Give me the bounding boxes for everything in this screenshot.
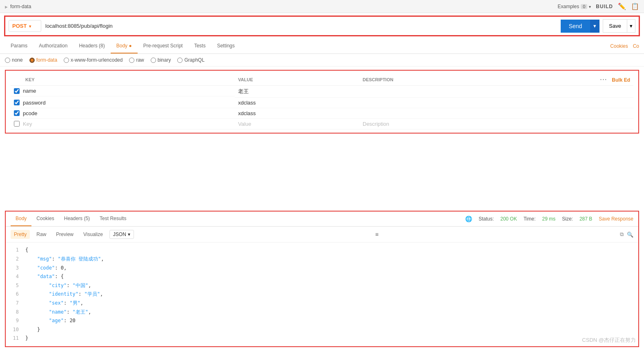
row-key-placeholder: Key (23, 121, 32, 127)
copy-icon-button[interactable]: 📋 (631, 2, 639, 10)
value-cell-empty: Value (235, 119, 359, 129)
tab-pre-request[interactable]: Pre-request Script (138, 39, 189, 53)
method-select[interactable]: POST (9, 20, 41, 32)
url-bar-wrapper: POST Send ▾ Save ▾ (4, 16, 640, 36)
key-cell: pcode (11, 108, 235, 119)
row-checkbox-empty[interactable] (14, 121, 20, 127)
tab-params[interactable]: Params (5, 39, 33, 53)
tab-authorization[interactable]: Authorization (33, 39, 73, 53)
json-line-8: 8 "name": "老王", (11, 308, 633, 317)
search-response-button[interactable]: 🔍 (627, 231, 633, 238)
radio-none[interactable]: none (5, 57, 23, 63)
row-value-pcode: xdclass (238, 110, 256, 116)
size-label: Size: (562, 216, 573, 222)
key-cell: password (11, 98, 235, 108)
format-tab-pretty[interactable]: Pretty (11, 230, 30, 239)
wrap-icon[interactable]: ≡ (375, 231, 379, 238)
row-checkbox-name[interactable] (14, 88, 20, 94)
table-row-empty: Key Value Description (11, 119, 633, 129)
tab-tests[interactable]: Tests (188, 39, 211, 53)
tab-headers[interactable]: Headers (8) (73, 39, 110, 53)
json-line-2: 2 "msg": "恭喜你 登陆成功", (11, 255, 633, 264)
format-bar: Pretty Raw Preview Visualize JSON ▾ ≡ ⧉ … (6, 227, 638, 243)
save-button[interactable]: Save (603, 19, 627, 33)
table-row: pcode xdclass (11, 108, 633, 119)
save-response-link[interactable]: Save Response (599, 216, 633, 222)
top-bar: form-data Examples 0 BUILD ✏️ 📋 (0, 0, 644, 13)
response-section: Body Cookies Headers (5) Test Results 🌐 … (5, 211, 639, 347)
resp-tab-test-results[interactable]: Test Results (95, 212, 131, 226)
format-tab-raw[interactable]: Raw (33, 230, 49, 239)
actions-column-header: ··· Bulk Ed (571, 74, 634, 86)
tabs-bar-right: Cookies Co (610, 43, 639, 49)
json-line-7: 7 "sex": "男", (11, 299, 633, 308)
resp-tab-headers[interactable]: Headers (5) (59, 212, 95, 226)
more-dots-icon[interactable]: ··· (600, 76, 608, 83)
table-row: name 老王 (11, 86, 633, 98)
top-bar-right: Examples 0 BUILD ✏️ 📋 (558, 2, 639, 10)
url-input[interactable] (41, 20, 561, 31)
send-dropdown-button[interactable]: ▾ (590, 20, 599, 33)
radio-binary[interactable]: binary (151, 57, 171, 63)
json-line-3: 3 "code": 0, (11, 264, 633, 273)
key-cell-empty: Key (11, 119, 235, 129)
json-line-6: 6 "identity": "学员", (11, 290, 633, 299)
json-line-10: 10 } (11, 325, 633, 334)
format-tab-preview[interactable]: Preview (53, 230, 77, 239)
globe-icon: 🌐 (465, 216, 472, 222)
row-value-name: 老王 (238, 88, 249, 94)
resp-tab-cookies[interactable]: Cookies (31, 212, 59, 226)
co-link[interactable]: Co (633, 43, 639, 49)
send-button[interactable]: Send (561, 20, 591, 33)
examples-button[interactable]: Examples 0 (558, 4, 591, 9)
save-button-group: Save ▾ (603, 19, 635, 33)
status-value: 200 OK (500, 216, 517, 222)
value-cell: xdclass (235, 98, 359, 108)
value-cell: 老王 (235, 86, 359, 98)
bulk-edit-link[interactable]: Bulk Ed (612, 77, 630, 83)
copy-response-button[interactable]: ⧉ (620, 231, 624, 238)
row-checkbox-pcode[interactable] (14, 110, 20, 116)
collapse-icon (5, 3, 8, 9)
edit-icon-button[interactable]: ✏️ (618, 2, 626, 10)
json-line-5: 5 "city": "中国", (11, 281, 633, 290)
row-value-password: xdclass (238, 100, 256, 106)
resp-tab-body[interactable]: Body (11, 212, 31, 226)
tab-body[interactable]: Body ● (111, 39, 138, 53)
desc-cell-empty: Description (359, 119, 571, 129)
row-checkbox-password[interactable] (14, 100, 20, 105)
size-value: 287 B (579, 216, 592, 222)
form-data-table: KEY VALUE DESCRIPTION ··· Bulk Ed name (11, 74, 633, 129)
json-response-content: 1 { 2 "msg": "恭喜你 登陆成功", 3 "code": 0, 4 (6, 243, 638, 346)
save-dropdown-button[interactable]: ▾ (627, 19, 635, 33)
row-key-password: password (23, 100, 46, 106)
radio-form-data[interactable]: form-data (29, 57, 57, 63)
value-column-header: VALUE (235, 74, 359, 86)
examples-count: 0 (581, 4, 587, 9)
json-line-9: 9 "age": 20 (11, 316, 633, 325)
method-value: POST (12, 23, 27, 29)
form-data-table-container: KEY VALUE DESCRIPTION ··· Bulk Ed name (5, 70, 639, 134)
status-label: Status: (479, 216, 494, 222)
format-select-chevron: ▾ (128, 232, 130, 237)
table-row: password xdclass (11, 98, 633, 108)
row-value-placeholder: Value (238, 121, 251, 127)
radio-graphql[interactable]: GraphQL (177, 57, 204, 63)
radio-raw[interactable]: raw (129, 57, 144, 63)
tab-settings[interactable]: Settings (211, 39, 240, 53)
radio-urlencoded[interactable]: x-www-form-urlencoded (64, 57, 123, 63)
format-select[interactable]: JSON ▾ (109, 230, 134, 239)
body-options-bar: none form-data x-www-form-urlencoded raw… (0, 54, 644, 67)
key-column-header: KEY (11, 74, 235, 86)
key-cell: name (11, 86, 235, 96)
desc-cell (359, 86, 571, 98)
row-key-name: name (23, 88, 36, 94)
row-desc-placeholder: Description (363, 121, 389, 127)
json-line-4: 4 "data": { (11, 272, 633, 281)
row-key-pcode: pcode (23, 110, 37, 116)
cookies-link[interactable]: Cookies (610, 43, 628, 49)
build-label: BUILD (596, 4, 613, 9)
request-tabs-bar: Params Authorization Headers (8) Body ● … (0, 39, 644, 54)
format-bar-right: ≡ (375, 231, 379, 238)
format-tab-visualize[interactable]: Visualize (80, 230, 106, 239)
